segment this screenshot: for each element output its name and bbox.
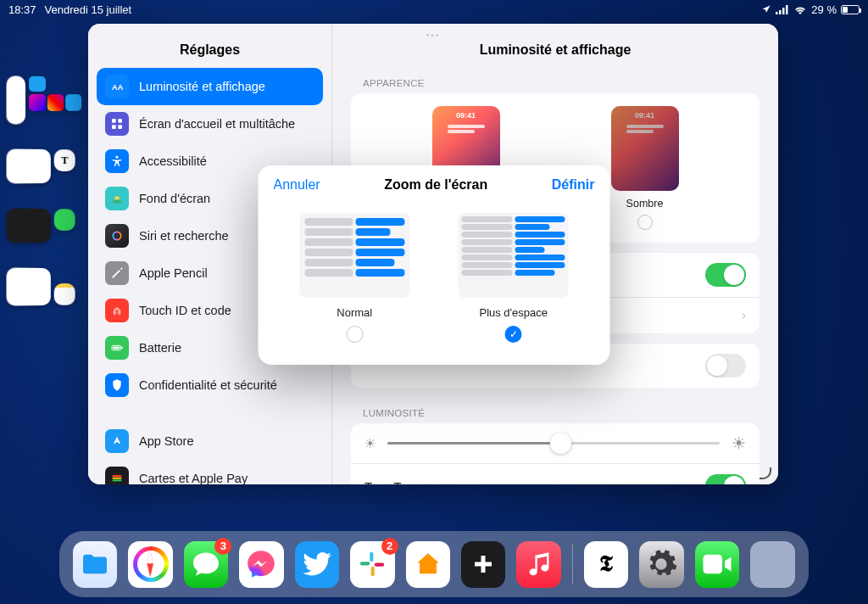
svg-rect-0 — [776, 12, 778, 14]
appearance-option-dark[interactable]: 09:41 Sombre — [611, 106, 679, 230]
toggle-textsize[interactable] — [705, 354, 746, 378]
sidebar-item-appstore[interactable]: App Store — [97, 422, 323, 460]
dock-app-folder[interactable] — [750, 541, 795, 588]
svg-rect-25 — [371, 567, 375, 576]
window-grip-icon[interactable]: ••• — [426, 31, 441, 40]
status-bar: 18:37 Vendredi 15 juillet 29 % — [0, 0, 868, 19]
sidebar-item-privacy[interactable]: Confidentialité et sécurité — [97, 366, 323, 404]
svg-rect-13 — [113, 347, 120, 350]
zoom-option-normal[interactable]: Normal — [299, 213, 409, 343]
sidebar-item-display[interactable]: AALuminosité et affichage — [97, 68, 323, 105]
dock-app-messenger[interactable] — [239, 541, 283, 588]
svg-rect-15 — [113, 475, 122, 477]
location-icon — [761, 4, 771, 14]
preview-clock: 09:41 — [611, 111, 679, 120]
sun-high-icon: ☀ — [732, 433, 746, 453]
dock-app-facetime[interactable] — [695, 541, 739, 588]
chevron-right-icon: › — [742, 308, 746, 323]
svg-rect-24 — [360, 562, 370, 565]
preview-clock: 09:41 — [432, 111, 500, 120]
svg-rect-6 — [118, 119, 122, 123]
radio-checked-icon[interactable]: ✓ — [505, 326, 522, 343]
svg-rect-3 — [786, 5, 788, 14]
wallet-icon — [105, 467, 129, 484]
stage-thumb[interactable] — [6, 76, 25, 124]
sidebar-item-label: Accessibilité — [139, 154, 207, 168]
sidebar-item-wallet[interactable]: Cartes et Apple Pay — [97, 460, 323, 484]
sidebar-item-label: Apple Pencil — [139, 266, 208, 280]
accessibility-icon — [105, 149, 129, 173]
dock-app-nyt[interactable]: 𝕿 — [584, 541, 628, 588]
sidebar-item-label: Luminosité et affichage — [139, 80, 265, 93]
dock-app-music[interactable] — [516, 541, 560, 588]
svg-rect-8 — [118, 125, 122, 129]
truetone-label: True Tone — [364, 479, 421, 485]
dock-app-home[interactable] — [406, 541, 450, 588]
modal-title: Zoom de l'écran — [384, 177, 487, 193]
pencil-icon — [105, 261, 129, 285]
svg-text:AA: AA — [112, 83, 124, 92]
dock-app-files[interactable] — [73, 541, 117, 588]
stage-thumb[interactable] — [47, 94, 64, 111]
svg-rect-1 — [779, 10, 782, 14]
toggle-truetone[interactable] — [705, 474, 746, 484]
sidebar-item-label: Confidentialité et sécurité — [139, 378, 277, 392]
svg-rect-5 — [112, 119, 116, 123]
svg-marker-22 — [147, 549, 153, 562]
stage-thumb[interactable] — [29, 76, 46, 92]
radio-icon[interactable] — [637, 215, 653, 230]
sidebar-item-homescreen[interactable]: Écran d'accueil et multitâche — [97, 105, 323, 143]
sun-low-icon: ☀ — [364, 436, 376, 451]
hand-icon — [105, 373, 129, 397]
zoom-option-label: Normal — [299, 306, 409, 319]
dock-app-twitter[interactable] — [295, 541, 339, 588]
dock-app-safari[interactable] — [128, 541, 172, 588]
toggle-auto[interactable] — [705, 263, 746, 287]
status-time: 18:37 — [8, 3, 36, 16]
brightness-slider-row: ☀ ☀ — [351, 423, 760, 463]
status-date: Vendredi 15 juillet — [45, 3, 132, 16]
svg-rect-29 — [703, 555, 722, 574]
dock-divider — [572, 544, 573, 584]
stage-thumb[interactable] — [6, 148, 50, 183]
zoom-option-more-space[interactable]: Plus d'espace ✓ — [459, 213, 569, 343]
stage-thumb[interactable] — [54, 209, 75, 231]
sidebar-item-label: Fond d'écran — [139, 192, 210, 205]
cancel-button[interactable]: Annuler — [274, 177, 320, 193]
sidebar-item-label: Touch ID et code — [139, 304, 231, 317]
appearance-label: Sombre — [611, 198, 679, 210]
fingerprint-icon — [105, 299, 129, 322]
wifi-icon — [793, 4, 807, 14]
grid-icon — [105, 112, 129, 136]
stage-manager: T — [7, 76, 83, 305]
battery-icon — [105, 336, 129, 360]
stage-thumb[interactable] — [6, 208, 50, 243]
dock-app-messages[interactable]: 3 — [184, 541, 228, 588]
stage-thumb[interactable] — [54, 283, 75, 305]
display-icon: AA — [105, 75, 129, 98]
sidebar-item-label: Siri et recherche — [139, 229, 229, 243]
detail-title: Luminosité et affichage — [351, 24, 760, 73]
brightness-card: ☀ ☀ True Tone L'écran de l'iPad s'adapte… — [351, 423, 760, 484]
stage-thumb[interactable] — [29, 94, 46, 111]
svg-rect-2 — [782, 8, 785, 14]
dock-app-settings[interactable] — [639, 541, 683, 588]
dock: 3 2 𝕿 — [59, 531, 809, 597]
siri-icon — [105, 224, 129, 248]
truetone-row: True Tone — [351, 463, 760, 484]
battery-pct: 29 % — [811, 3, 837, 16]
radio-icon[interactable] — [346, 326, 363, 343]
sidebar-item-label: Cartes et Apple Pay — [139, 472, 248, 484]
svg-rect-28 — [475, 562, 492, 567]
section-label: LUMINOSITÉ — [351, 403, 760, 423]
zoom-option-label: Plus d'espace — [459, 306, 569, 319]
stage-thumb[interactable] — [65, 94, 81, 111]
brightness-slider[interactable] — [387, 442, 720, 445]
confirm-button[interactable]: Définir — [552, 177, 595, 193]
svg-rect-23 — [370, 552, 373, 562]
stage-thumb[interactable]: T — [54, 149, 75, 171]
sidebar-item-label: App Store — [139, 434, 194, 448]
dock-app-canal[interactable] — [461, 541, 505, 588]
dock-app-slack[interactable]: 2 — [350, 541, 394, 588]
stage-thumb[interactable] — [6, 267, 50, 305]
